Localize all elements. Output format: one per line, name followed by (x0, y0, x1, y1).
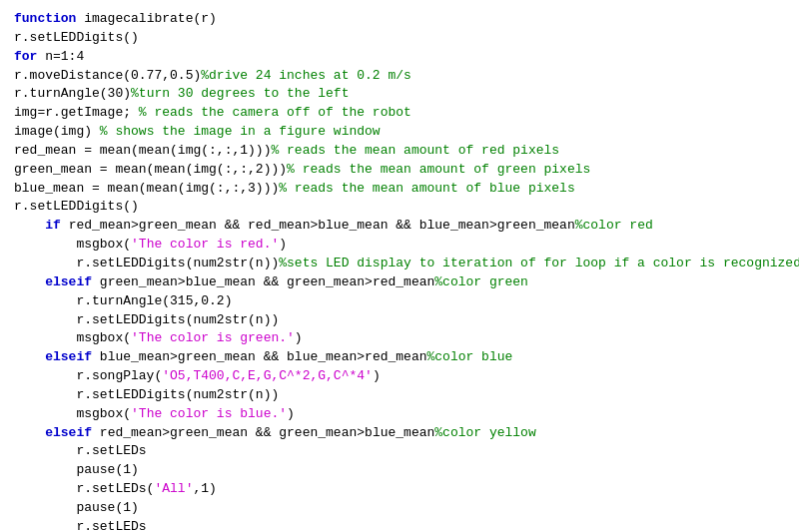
code-token: r.setLEDs (14, 443, 147, 458)
code-token: n=1:4 (37, 49, 84, 64)
code-line: elseif green_mean>blue_mean && green_mea… (14, 273, 785, 292)
code-token: r.turnAngle(315,0.2) (14, 293, 232, 308)
code-token: ) (279, 237, 287, 252)
code-token: ) (373, 368, 381, 383)
code-token: ) (287, 406, 295, 421)
code-token: r.setLEDs( (14, 481, 154, 496)
code-token: %color blue (427, 349, 513, 364)
code-token: pause(1) (14, 462, 139, 477)
code-token: r.setLEDDigits() (14, 199, 139, 214)
code-token: r.setLEDDigits() (14, 30, 139, 45)
code-token (14, 274, 45, 289)
code-token: function (14, 11, 84, 26)
code-token: 'All' (154, 481, 193, 496)
code-line: img=r.getImage; % reads the camera off o… (14, 104, 785, 123)
code-token: r.turnAngle(30) (14, 86, 131, 101)
code-token: pause(1) (14, 500, 139, 515)
code-token: %drive 24 inches at 0.2 m/s (201, 68, 411, 83)
code-token: % reads the camera off of the robot (139, 105, 411, 120)
code-line: blue_mean = mean(mean(img(:,:,3)))% read… (14, 180, 785, 199)
code-token: %color yellow (434, 425, 535, 440)
code-line: if red_mean>green_mean && red_mean>blue_… (14, 217, 785, 236)
code-token (14, 218, 45, 233)
code-line: r.setLEDDigits(num2str(n))%sets LED disp… (14, 255, 785, 273)
code-line: green_mean = mean(mean(img(:,:,2)))% rea… (14, 161, 785, 180)
code-token: msgbox( (14, 237, 131, 252)
code-token: blue_mean>green_mean && blue_mean>red_me… (92, 349, 426, 364)
code-token: for (14, 49, 37, 64)
code-line: r.setLEDDigits(num2str(n)) (14, 386, 785, 405)
code-token: if (45, 218, 61, 233)
code-line: msgbox('The color is green.') (14, 329, 785, 348)
code-line: pause(1) (14, 461, 785, 480)
code-token: image(img) (14, 124, 100, 139)
code-token: %sets LED display to iteration of for lo… (279, 256, 799, 270)
code-token: 'The color is red.' (131, 237, 279, 252)
code-line: r.songPlay('O5,T400,C,E,G,C^*2,G,C^*4') (14, 367, 785, 386)
code-token: elseif (45, 425, 92, 440)
code-line: r.setLEDDigits() (14, 198, 785, 217)
code-token: r.setLEDDigits(num2str(n)) (14, 312, 279, 327)
code-token: r.setLEDDigits(num2str(n)) (14, 387, 279, 402)
code-token: 'O5,T400,C,E,G,C^*2,G,C^*4' (162, 368, 373, 383)
code-line: r.moveDistance(0.77,0.5)%drive 24 inches… (14, 67, 785, 86)
code-token (14, 349, 45, 364)
code-line: pause(1) (14, 499, 785, 518)
code-token: %turn 30 degrees to the left (131, 86, 349, 101)
code-token: 'The color is blue.' (131, 406, 287, 421)
code-token: elseif (45, 349, 92, 364)
code-line: elseif red_mean>green_mean && green_mean… (14, 424, 785, 443)
code-container: function imagecalibrate(r)r.setLEDDigits… (0, 0, 799, 532)
code-token: red_mean>green_mean && red_mean>blue_mea… (61, 218, 575, 233)
code-token: msgbox( (14, 406, 131, 421)
code-line: image(img) % shows the image in a figure… (14, 123, 785, 142)
code-block: function imagecalibrate(r)r.setLEDDigits… (14, 10, 785, 532)
code-token: r.songPlay( (14, 368, 162, 383)
code-line: for n=1:4 (14, 48, 785, 67)
code-line: msgbox('The color is red.') (14, 236, 785, 255)
code-line: elseif blue_mean>green_mean && blue_mean… (14, 348, 785, 367)
code-token: img=r.getImage; (14, 105, 139, 120)
code-token: % reads the mean amount of red pixels (271, 143, 559, 158)
code-token: ) (295, 330, 303, 345)
code-token: r.setLEDDigits(num2str(n)) (14, 256, 279, 270)
code-line: r.setLEDDigits() (14, 29, 785, 48)
code-token: elseif (45, 274, 92, 289)
code-token: red_mean = mean(mean(img(:,:,1))) (14, 143, 271, 158)
code-token: %color red (575, 218, 653, 233)
code-token: red_mean>green_mean && green_mean>blue_m… (92, 425, 434, 440)
code-line: r.setLEDs('All',1) (14, 480, 785, 499)
code-line: function imagecalibrate(r) (14, 10, 785, 29)
code-token: %color green (434, 274, 528, 289)
code-line: red_mean = mean(mean(img(:,:,1)))% reads… (14, 142, 785, 161)
code-token: % reads the mean amount of green pixels (287, 162, 590, 177)
code-token: 'The color is green.' (131, 330, 295, 345)
code-token: green_mean = mean(mean(img(:,:,2))) (14, 162, 287, 177)
code-token (14, 425, 45, 440)
code-token: green_mean>blue_mean && green_mean>red_m… (92, 274, 434, 289)
code-line: r.turnAngle(315,0.2) (14, 292, 785, 311)
code-token: ,1) (193, 481, 216, 496)
code-line: r.setLEDs (14, 518, 785, 532)
code-token: blue_mean = mean(mean(img(:,:,3))) (14, 181, 279, 196)
code-token: % reads the mean amount of blue pixels (279, 181, 574, 196)
code-token: r.setLEDs (14, 519, 147, 532)
code-token: imagecalibrate(r) (84, 11, 217, 26)
code-token: msgbox( (14, 330, 131, 345)
code-line: r.turnAngle(30)%turn 30 degrees to the l… (14, 85, 785, 104)
code-token: % shows the image in a figure window (100, 124, 381, 139)
code-token: r.moveDistance(0.77,0.5) (14, 68, 201, 83)
code-line: msgbox('The color is blue.') (14, 405, 785, 424)
code-line: r.setLEDs (14, 442, 785, 461)
code-line: r.setLEDDigits(num2str(n)) (14, 311, 785, 330)
